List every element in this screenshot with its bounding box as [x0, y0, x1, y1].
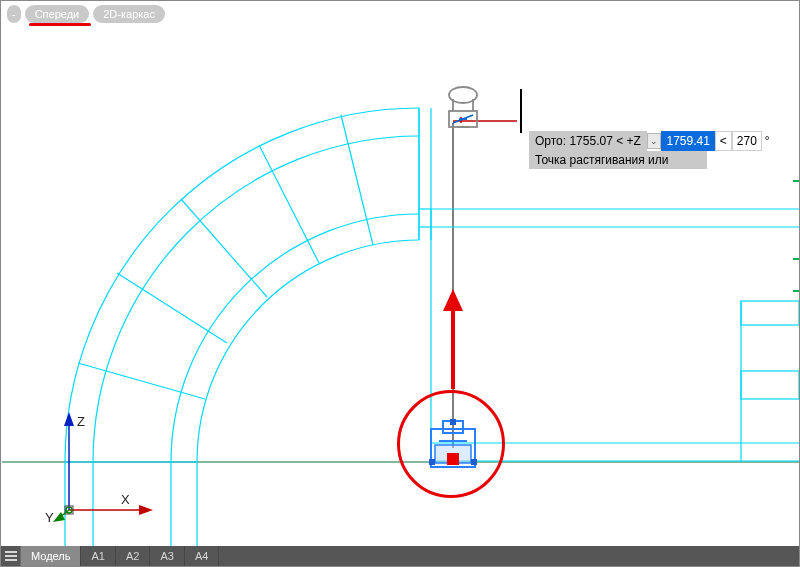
drawing-canvas[interactable] [1, 1, 799, 566]
svg-line-16 [78, 363, 205, 399]
view-controls: - Спереди 2D-каркас [7, 5, 165, 23]
svg-rect-12 [741, 301, 799, 325]
tooltip-dropdown-icon[interactable]: ⌄ [647, 133, 661, 149]
svg-rect-41 [471, 459, 477, 465]
menu-icon [5, 551, 17, 561]
svg-line-36 [453, 115, 473, 123]
layout-tab-bar: Модель А1 А2 А3 А4 [1, 546, 799, 566]
angle-deg: ° [762, 132, 773, 150]
tab-a3[interactable]: А3 [150, 546, 184, 566]
dynamic-input-tooltip: Орто: 1755.07 < +Z ⌄ < ° Точка растягива… [529, 131, 773, 169]
distance-input[interactable] [661, 131, 715, 151]
layout-menu-button[interactable] [1, 546, 21, 566]
angle-input[interactable] [732, 131, 762, 151]
svg-line-18 [181, 199, 267, 297]
view-wireframe-pill[interactable]: 2D-каркас [93, 5, 165, 23]
svg-rect-42 [450, 419, 456, 425]
svg-rect-43 [447, 453, 459, 465]
tab-a1[interactable]: А1 [81, 546, 115, 566]
tab-model[interactable]: Модель [21, 546, 81, 566]
svg-point-33 [449, 87, 477, 103]
tab-a4[interactable]: А4 [185, 546, 219, 566]
view-minimize-pill[interactable]: - [7, 5, 21, 23]
tooltip-prompt-text: Точка растягивания или [529, 151, 707, 169]
angle-lt: < [715, 131, 732, 151]
tab-a2[interactable]: А2 [116, 546, 150, 566]
svg-rect-40 [429, 459, 435, 465]
annotation-underline [29, 23, 91, 26]
view-front-pill[interactable]: Спереди [25, 5, 90, 23]
svg-rect-11 [741, 371, 799, 399]
svg-line-17 [117, 273, 227, 343]
tooltip-ortho-text: Орто: 1755.07 < +Z [529, 131, 647, 151]
